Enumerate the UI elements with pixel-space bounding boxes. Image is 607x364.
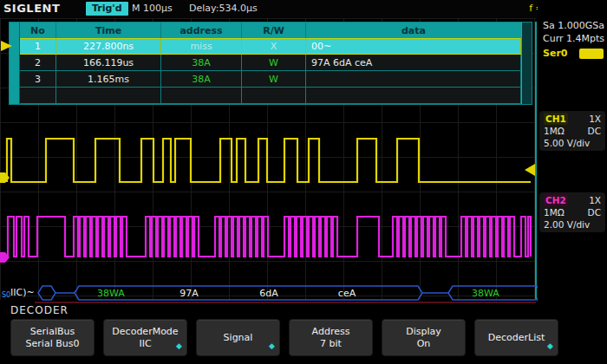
- ch2-status-panel[interactable]: CH2 1X 1MΩ DC 2.00 V/div: [539, 192, 605, 232]
- delay-readout: Delay:534.0μs: [189, 3, 258, 14]
- table-row-cell[interactable]: 97A 6dA ceA: [306, 55, 521, 71]
- table-row-cell[interactable]: X: [242, 38, 306, 55]
- table-row-cell[interactable]: miss: [161, 38, 242, 55]
- softkey-label: Address: [312, 326, 350, 338]
- option-diamond-icon: ◆: [547, 340, 553, 352]
- col-header-address: address: [161, 23, 242, 38]
- trigger-status-badge: Trig'd: [86, 2, 128, 16]
- table-row-cell[interactable]: [306, 88, 521, 104]
- decode-event-table: No Time address R/W data 1 227.800ns mis…: [9, 22, 532, 105]
- table-row-cell[interactable]: [20, 88, 56, 104]
- table-row-cell[interactable]: 2: [20, 55, 56, 71]
- table-row-cell[interactable]: W: [242, 71, 306, 88]
- serial-bus-indicator: Ser0: [543, 48, 604, 59]
- ch1-impedance: 1MΩ: [544, 125, 565, 137]
- ch2-label: CH2: [544, 194, 568, 206]
- table-row-cell[interactable]: 227.800ns: [56, 38, 161, 55]
- ch1-label: CH1: [544, 113, 568, 125]
- ch1-attenuation: 1X: [589, 113, 601, 125]
- ch2-impedance: 1MΩ: [544, 206, 565, 218]
- softkey-label: DecoderMode: [112, 326, 178, 338]
- table-row-cell[interactable]: 00~: [306, 38, 521, 55]
- display-right-edge-strip: [535, 22, 537, 299]
- decoder-section-title: DECODER: [10, 304, 69, 316]
- softkey-address[interactable]: Address 7 bit: [289, 319, 373, 356]
- ch1-volts-per-div: 5.00 V/div: [544, 137, 590, 149]
- serial-bus-label: Ser0: [543, 48, 567, 59]
- softkey-value: On: [417, 338, 431, 350]
- col-header-time: Time: [56, 23, 161, 38]
- ch2-coupling: DC: [588, 206, 601, 218]
- table-row-cell[interactable]: [242, 88, 306, 104]
- table-row-cell[interactable]: 38A: [161, 55, 242, 71]
- col-header-rw: R/W: [242, 23, 306, 38]
- table-row-cell[interactable]: 38A: [161, 71, 242, 88]
- sample-rate-readout: Sa 1.000GSa: [543, 20, 604, 31]
- softkey-label: SerialBus: [30, 326, 75, 338]
- table-left-scroll-strip[interactable]: [10, 23, 20, 104]
- table-row-cell[interactable]: 1.165ms: [56, 71, 161, 88]
- softkey-label: Display: [406, 326, 441, 338]
- softkey-value: Serial Bus0: [26, 338, 80, 350]
- selected-row-arrow-icon: [1, 41, 12, 51]
- option-diamond-icon: ◆: [176, 340, 182, 352]
- ch1-status-panel[interactable]: CH1 1X 1MΩ DC 5.00 V/div: [539, 111, 605, 151]
- memory-depth-readout: Curr 1.4Mpts: [543, 33, 604, 44]
- col-header-no: No: [20, 23, 56, 38]
- col-header-data: data: [306, 23, 521, 38]
- timebase-readout: M 100μs: [132, 3, 173, 14]
- table-row-cell[interactable]: W: [242, 55, 306, 71]
- softkey-signal[interactable]: Signal ◆: [196, 319, 280, 356]
- table-row-cell[interactable]: 1: [20, 38, 56, 55]
- right-sidebar: Sa 1.000GSa Curr 1.4Mpts Ser0 CH1 1X 1MΩ…: [538, 0, 607, 364]
- oscilloscope-screen: 38WA97A6dAceA38WA SIGLENT Trig'd M 100μs…: [0, 0, 607, 364]
- softkey-serialbus[interactable]: SerialBus Serial Bus0: [10, 319, 95, 356]
- table-row-cell[interactable]: [161, 88, 242, 104]
- top-status-bar: SIGLENT Trig'd M 100μs Delay:534.0μs f =…: [0, 0, 607, 18]
- table-row-cell[interactable]: [306, 71, 521, 88]
- softkey-label: DecoderList: [488, 332, 545, 344]
- bus-id-label: S0: [2, 291, 10, 299]
- ch1-coupling: DC: [588, 125, 601, 137]
- table-row-cell[interactable]: 3: [20, 71, 56, 88]
- table-right-scrollbar[interactable]: [521, 23, 532, 104]
- softkey-decoder-list[interactable]: DecoderList ◆: [474, 319, 558, 356]
- softkey-value: 7 bit: [320, 338, 342, 350]
- table-row-cell[interactable]: [56, 88, 161, 104]
- softkey-value: IIC: [139, 338, 151, 350]
- ch2-volts-per-div: 2.00 V/div: [544, 218, 590, 231]
- brand-logo: SIGLENT: [3, 2, 60, 15]
- ch2-attenuation: 1X: [589, 194, 601, 206]
- table-row-cell[interactable]: 166.119us: [56, 55, 161, 71]
- softkey-menu-bar: SerialBus Serial Bus0 DecoderMode IIC ◆ …: [10, 319, 558, 356]
- bus-protocol-label: IIC)~: [10, 287, 35, 298]
- softkey-display[interactable]: Display On: [382, 319, 466, 356]
- serial-activity-badge-icon: [579, 49, 604, 59]
- softkey-label: Signal: [224, 332, 253, 344]
- option-diamond-icon: ◆: [269, 340, 275, 352]
- softkey-decoder-mode[interactable]: DecoderMode IIC ◆: [103, 319, 187, 356]
